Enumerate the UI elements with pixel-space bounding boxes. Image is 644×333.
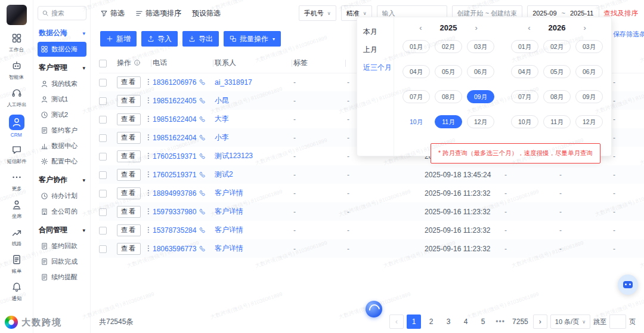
view-button[interactable]: 查看: [117, 187, 141, 199]
phone-link[interactable]: 19851622404: [153, 115, 196, 124]
month-cell[interactable]: 08月: [435, 90, 462, 103]
phone-icon[interactable]: [199, 134, 206, 141]
row-more-icon[interactable]: ⋮: [145, 170, 152, 178]
phone-icon[interactable]: [199, 245, 206, 252]
sidebar-item[interactable]: 签约回款: [38, 239, 86, 254]
rail-item-bill[interactable]: 账单: [11, 254, 23, 275]
phone-link[interactable]: 18361206976: [153, 78, 196, 87]
row-checkbox[interactable]: [99, 97, 107, 105]
contact-link[interactable]: 测试123123: [215, 152, 253, 160]
month-cell[interactable]: 05月: [543, 65, 571, 78]
view-button[interactable]: 查看: [117, 243, 141, 255]
export-button[interactable]: 导出: [182, 31, 219, 47]
phone-icon[interactable]: [199, 171, 206, 178]
month-cell[interactable]: 06月: [467, 65, 494, 78]
sidebar-group-title[interactable]: 客户协作▾: [38, 169, 86, 189]
assistant-float-button[interactable]: [366, 301, 382, 317]
search-input[interactable]: [51, 10, 82, 17]
filter-sort-button[interactable]: 筛选项排序: [135, 8, 181, 18]
preset-filter-button[interactable]: 预设筛选: [192, 8, 221, 18]
row-checkbox[interactable]: [99, 208, 107, 216]
month-cell[interactable]: 03月: [467, 40, 494, 53]
view-button[interactable]: 查看: [117, 169, 141, 181]
import-button[interactable]: 导入: [141, 31, 178, 47]
page-button[interactable]: 2: [424, 314, 438, 329]
phone-link[interactable]: 15378735284: [153, 226, 196, 235]
month-cell[interactable]: 01月: [511, 40, 538, 53]
contact-link[interactable]: 客户详情: [215, 207, 243, 215]
phone-icon[interactable]: [199, 227, 206, 233]
add-button[interactable]: 新增: [100, 31, 137, 47]
calendar-quick-option[interactable]: 近三个月: [363, 63, 388, 73]
phone-link[interactable]: 18063596773: [153, 245, 196, 253]
sidebar-search[interactable]: [38, 6, 86, 20]
month-cell[interactable]: 04月: [511, 65, 538, 78]
phone-link[interactable]: 17602519371: [153, 152, 196, 161]
phone-link[interactable]: 19851622405: [153, 97, 196, 105]
chevron-left-icon[interactable]: ‹: [419, 24, 422, 32]
phone-icon[interactable]: [199, 79, 206, 85]
view-button[interactable]: 查看: [117, 150, 141, 162]
month-cell[interactable]: 07月: [402, 90, 430, 103]
row-more-icon[interactable]: ⋮: [145, 226, 152, 234]
phone-icon[interactable]: [199, 153, 206, 159]
prev-page-button[interactable]: ‹: [389, 314, 404, 329]
row-checkbox[interactable]: [99, 245, 107, 253]
sidebar-item[interactable]: 待办计划: [38, 189, 86, 204]
page-button[interactable]: 7255: [510, 314, 530, 329]
jump-input[interactable]: [609, 314, 626, 329]
sidebar-group-title[interactable]: 数据公海▾: [38, 23, 86, 42]
sidebar-item[interactable]: 数据中心: [38, 138, 86, 153]
row-more-icon[interactable]: ⋮: [145, 96, 152, 104]
rail-item-crm[interactable]: CRM: [6, 115, 27, 138]
row-checkbox[interactable]: [99, 190, 107, 198]
chevron-right-icon[interactable]: ›: [583, 24, 586, 32]
page-button[interactable]: 1: [407, 314, 421, 329]
batch-button[interactable]: 批量操作▾: [224, 31, 281, 47]
view-button[interactable]: 查看: [117, 95, 141, 107]
phone-icon[interactable]: [199, 208, 206, 215]
filter-button[interactable]: 筛选: [100, 8, 125, 18]
month-cell[interactable]: 11月: [435, 115, 462, 128]
page-button[interactable]: 5: [476, 314, 490, 329]
contact-link[interactable]: 大李: [215, 115, 229, 123]
month-cell[interactable]: 11月: [543, 115, 571, 128]
service-float-button[interactable]: [618, 275, 638, 295]
row-more-icon[interactable]: ⋮: [145, 133, 152, 141]
row-checkbox[interactable]: [99, 227, 107, 235]
contact-link[interactable]: 测试2: [215, 170, 233, 178]
phone-icon[interactable]: [199, 97, 206, 104]
sidebar-item[interactable]: 测试1: [38, 92, 86, 107]
month-cell[interactable]: 09月: [467, 90, 494, 103]
calendar-quick-option[interactable]: 上月: [363, 45, 388, 55]
view-button[interactable]: 查看: [117, 224, 141, 236]
view-button[interactable]: 查看: [117, 132, 141, 144]
sidebar-group-title[interactable]: 客户管理▾: [38, 57, 86, 76]
view-button[interactable]: 查看: [117, 113, 141, 125]
month-cell[interactable]: 04月: [402, 65, 430, 78]
sidebar-group-title[interactable]: 合同管理▾: [38, 220, 86, 239]
sidebar-item[interactable]: 全公司的: [38, 204, 86, 219]
month-cell[interactable]: 08月: [543, 90, 571, 103]
calendar-quick-option[interactable]: 本月: [363, 27, 388, 37]
contact-link[interactable]: 客户详情: [215, 244, 243, 252]
view-button[interactable]: 查看: [117, 76, 141, 88]
select-all-checkbox[interactable]: [99, 60, 107, 67]
month-cell[interactable]: 02月: [543, 40, 571, 53]
row-more-icon[interactable]: ⋮: [145, 78, 152, 86]
contact-link[interactable]: ai_3318917: [215, 78, 252, 87]
contact-link[interactable]: 小昆: [215, 96, 229, 104]
sidebar-item[interactable]: 我的线索: [38, 76, 86, 91]
row-more-icon[interactable]: ⋮: [145, 115, 152, 123]
phone-link[interactable]: 15979337980: [153, 208, 196, 216]
sidebar-item[interactable]: 回款完成: [38, 254, 86, 269]
month-cell[interactable]: 09月: [575, 90, 603, 103]
rail-item-sms-mail[interactable]: 短信邮件: [6, 144, 27, 165]
month-cell[interactable]: 01月: [402, 40, 430, 53]
page-button[interactable]: 3: [441, 314, 456, 329]
phone-icon[interactable]: [199, 116, 206, 122]
rail-item-more[interactable]: 更多: [6, 171, 27, 193]
rail-item-notice[interactable]: 通知: [11, 281, 23, 303]
rail-item-agent[interactable]: 智能体: [6, 60, 27, 81]
sidebar-item[interactable]: 配置中心: [38, 154, 86, 169]
